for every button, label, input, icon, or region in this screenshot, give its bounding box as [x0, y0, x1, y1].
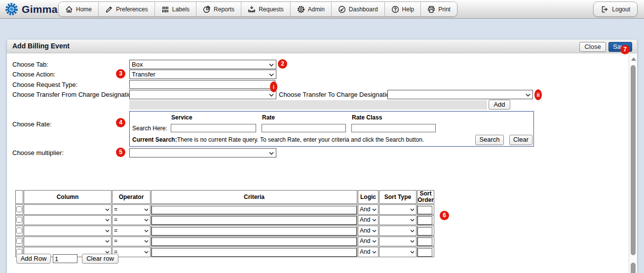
logic-header: Logic [358, 190, 379, 204]
rate-service-input[interactable] [171, 124, 256, 132]
criteria-input[interactable] [152, 216, 357, 225]
logic-value: And [360, 216, 370, 223]
nav-reports[interactable]: Reports [196, 2, 241, 16]
column-select[interactable] [24, 216, 111, 225]
choose-tab-select[interactable]: Box [129, 60, 276, 69]
chevron-down-icon [144, 251, 149, 254]
transfer-to-label: Choose Transfer To Charge Designation: [279, 91, 395, 98]
sort-type-select[interactable] [379, 216, 416, 225]
nav-print[interactable]: Print [421, 2, 457, 16]
logout-button[interactable]: Logout [593, 1, 638, 17]
choose-request-type-input[interactable] [129, 80, 275, 89]
badge-6: 6 [440, 211, 449, 220]
logic-value: And [360, 248, 370, 255]
nav-labels[interactable]: Labels [155, 2, 196, 16]
nav-help[interactable]: Help [385, 2, 421, 16]
nav-labels-label: Labels [172, 6, 189, 13]
logic-select[interactable]: And [358, 227, 378, 235]
choose-action-select[interactable]: Transfer [129, 70, 276, 79]
vertical-scrollbar[interactable] [629, 53, 637, 273]
criteria-input[interactable] [152, 206, 357, 214]
criteria-input[interactable] [152, 248, 357, 257]
badge-2: 2 [278, 59, 287, 69]
row-count-input[interactable] [53, 254, 77, 263]
column-select[interactable] [24, 227, 111, 235]
printer-icon [427, 5, 435, 13]
operator-value: = [114, 227, 117, 234]
logic-select[interactable]: And [358, 237, 378, 246]
chevron-down-icon [144, 240, 149, 243]
criteria-header: Criteria [151, 190, 357, 204]
choose-multiplier-select[interactable] [129, 148, 276, 157]
rate-clear-button[interactable]: Clear [509, 135, 532, 145]
sort-type-select[interactable] [379, 248, 416, 257]
operator-select[interactable]: = [113, 227, 150, 235]
criteria-row: = And [15, 236, 434, 247]
close-button[interactable]: Close [579, 42, 606, 52]
pencil-icon [105, 5, 113, 13]
badge-3: 3 [116, 69, 125, 78]
column-select[interactable] [24, 205, 111, 214]
badge-4: 4 [116, 118, 125, 127]
nav-home[interactable]: Home [59, 2, 99, 16]
logic-select[interactable]: And [358, 205, 378, 214]
sort-type-select[interactable] [379, 227, 416, 235]
chevron-down-icon [144, 208, 149, 211]
chevron-down-icon [410, 230, 415, 233]
row-checkbox[interactable] [16, 238, 22, 244]
logic-value: And [360, 206, 370, 213]
checkbox-header [15, 190, 23, 204]
nav-print-label: Print [438, 6, 451, 13]
choose-multiplier-label: Choose multiplier: [12, 149, 64, 156]
operator-select[interactable]: = [113, 205, 150, 214]
logic-value: And [360, 237, 370, 244]
nav-requests-label: Requests [259, 6, 284, 13]
sort-type-select[interactable] [379, 205, 416, 214]
operator-value: = [114, 206, 117, 213]
sort-type-select[interactable] [379, 237, 416, 246]
page-title: Add Billing Event [12, 42, 70, 50]
criteria-input[interactable] [152, 227, 357, 235]
nav-preferences-label: Preferences [116, 6, 148, 13]
nav-dashboard[interactable]: Dashboard [332, 2, 385, 16]
brand-logo: Gimmal [5, 2, 61, 16]
column-select[interactable] [24, 237, 111, 246]
rate-rate-input[interactable] [262, 124, 346, 132]
question-icon [391, 5, 399, 13]
logic-select[interactable]: And [358, 248, 378, 257]
transfer-from-select[interactable] [129, 90, 276, 99]
search-here-label: Search Here: [132, 125, 167, 132]
operator-select[interactable]: = [113, 216, 150, 225]
nav-requests[interactable]: Requests [241, 2, 291, 16]
row-checkbox[interactable] [16, 206, 22, 212]
brand-name: Gimmal [22, 3, 61, 15]
operator-value: = [114, 237, 117, 244]
chevron-down-icon [410, 208, 415, 211]
choose-action-label: Choose Action: [12, 71, 55, 78]
sort-order-input[interactable] [417, 206, 432, 214]
logic-select[interactable]: And [358, 216, 378, 225]
nav-admin[interactable]: Admin [291, 2, 332, 16]
sort-order-input[interactable] [417, 237, 432, 246]
scroll-up-arrow-icon[interactable] [631, 57, 636, 61]
chevron-down-icon [105, 208, 110, 211]
row-checkbox[interactable] [16, 217, 22, 223]
chevron-down-icon [144, 219, 149, 222]
clear-row-button[interactable]: Clear row [82, 254, 118, 264]
rate-class-input[interactable] [351, 124, 436, 132]
nav-preferences[interactable]: Preferences [99, 2, 155, 16]
scrollbar-thumb[interactable] [631, 65, 636, 255]
badge-ii: ii [534, 89, 542, 100]
sort-order-input[interactable] [417, 216, 432, 225]
transfer-to-select[interactable] [387, 90, 533, 99]
add-row-button[interactable]: Add Row [16, 254, 51, 264]
operator-select[interactable]: = [113, 237, 150, 246]
panel-header: Add Billing Event Close Save [7, 39, 637, 53]
add-designation-button[interactable]: Add [489, 100, 510, 110]
row-checkbox[interactable] [16, 228, 22, 234]
rate-search-button[interactable]: Search [475, 135, 504, 145]
criteria-input[interactable] [152, 237, 357, 246]
sort-order-input[interactable] [417, 227, 432, 235]
sort-order-input[interactable] [417, 248, 432, 257]
gear-icon [297, 5, 305, 13]
